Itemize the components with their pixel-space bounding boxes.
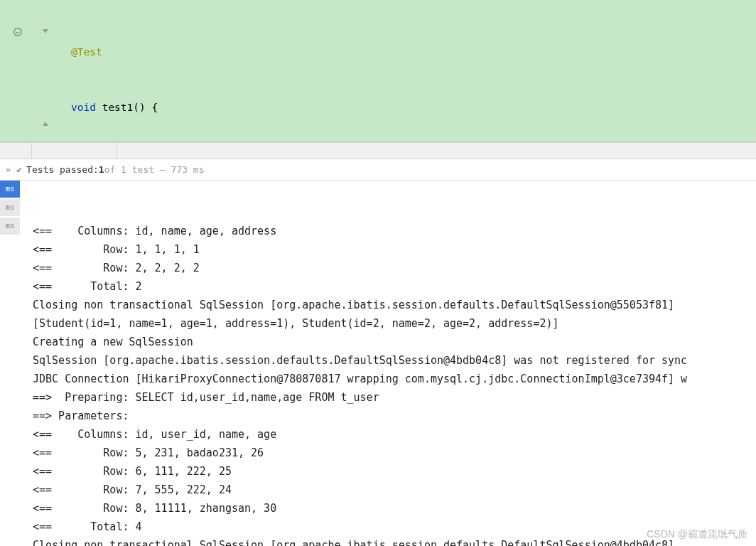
code-editor[interactable]: @Test void test1() { List<Student> stude…: [0, 0, 756, 142]
console-line: <== Total: 2: [33, 277, 756, 296]
annotation-test: @Test: [71, 46, 102, 58]
console-area: ms ms ms <== Columns: id, name, age, add…: [0, 181, 756, 546]
check-icon: ✔: [16, 164, 22, 175]
tests-passed-count: 1: [99, 164, 104, 175]
console-line: <== Row: 2, 2, 2, 2: [33, 259, 756, 277]
console-line: ==> Preparing: SELECT id,user_id,name,ag…: [33, 388, 756, 407]
console-line: <== Row: 6, 111, 222, 25: [33, 462, 756, 481]
test-status-bar: » ✔ Tests passed: 1 of 1 test – 773 ms: [0, 159, 756, 181]
editor-gutter: [0, 0, 57, 141]
watermark: CSDN @霸道流氓气质: [647, 525, 747, 543]
console-line: Creating a new SqlSession: [33, 333, 756, 351]
console-line: <== Row: 1, 1, 1, 1: [33, 240, 756, 259]
console-line: Closing non transactional SqlSession [or…: [33, 296, 756, 314]
console-line: SqlSession [org.apache.ibatis.session.de…: [33, 351, 756, 370]
fold-toggle-icon[interactable]: [43, 27, 51, 36]
console-gutter: ms ms ms: [0, 181, 20, 546]
tests-passed-label: Tests passed:: [26, 164, 99, 175]
code-line: @Test: [57, 43, 756, 61]
separator-segment[interactable]: [117, 143, 756, 159]
fold-end-icon[interactable]: [43, 119, 51, 128]
console-line: <== Row: 7, 555, 222, 24: [33, 481, 756, 499]
method-name: test1: [102, 102, 134, 113]
console-line: JDBC Connection [HikariProxyConnection@7…: [33, 370, 756, 388]
console-line: <== Row: 5, 231, badao231, 26: [33, 444, 756, 462]
separator-segment[interactable]: [0, 143, 32, 159]
run-gutter-icon[interactable]: [13, 27, 23, 37]
console-line: <== Columns: id, user_id, name, age: [33, 425, 756, 444]
console-line: [Student(id=1, name=1, age=1, address=1)…: [33, 314, 756, 333]
console-line: ==> Parameters:: [33, 407, 756, 425]
code-content[interactable]: @Test void test1() { List<Student> stude…: [57, 0, 756, 141]
console-line: <== Row: 8, 11111, zhangsan, 30: [33, 499, 756, 518]
ms-badge[interactable]: ms: [0, 181, 20, 198]
ms-badge[interactable]: ms: [0, 199, 20, 216]
console-line: <== Columns: id, name, age, address: [33, 222, 756, 240]
tests-passed-detail: of 1 test – 773 ms: [104, 164, 205, 175]
keyword-void: void: [71, 102, 96, 113]
separator-segment[interactable]: [32, 143, 117, 159]
separator-bar: [0, 142, 756, 159]
method-signature: () {: [133, 102, 158, 113]
expand-chevrons-icon[interactable]: »: [6, 165, 11, 175]
ms-badge[interactable]: ms: [0, 218, 20, 235]
code-line: void test1() {: [57, 98, 756, 117]
console-output[interactable]: <== Columns: id, name, age, address<== R…: [20, 181, 756, 546]
